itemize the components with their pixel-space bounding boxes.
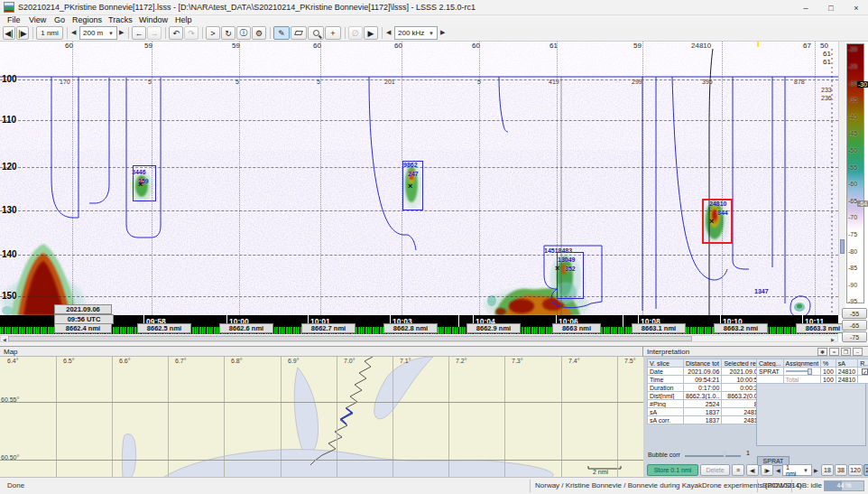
freq-button-18[interactable]: 18 [821, 464, 834, 476]
echogram-plot[interactable]: 100 110 120 130 140 150 60 59 59 60 60 6… [0, 42, 838, 315]
time-tick [458, 315, 459, 327]
menu-view[interactable]: View [25, 15, 50, 25]
longitude-label: 7.0° [344, 358, 356, 364]
vslice-header: Distance tot [684, 359, 722, 368]
line-value: 201 [384, 79, 395, 85]
line-value: 233 [821, 87, 832, 93]
play-button[interactable]: ▶ [364, 26, 378, 40]
scroll-right-icon[interactable]: ▶ [831, 337, 835, 342]
colorbar-label: -70 [848, 214, 857, 220]
play-one-button[interactable]: > [206, 26, 220, 40]
statusbar-separator [791, 480, 792, 492]
zoom-tool-button[interactable] [308, 26, 324, 40]
maximize-button[interactable]: □ [819, 0, 843, 15]
panel-minimize-icon[interactable]: − [853, 348, 863, 356]
school-value: 844 [717, 210, 728, 216]
undo-button[interactable]: ↶ [169, 26, 183, 40]
eraser-tool-button[interactable] [291, 26, 307, 40]
menu-go[interactable]: Go [51, 15, 69, 25]
step-prev-button[interactable]: ◀| [3, 26, 15, 40]
freq-button-120[interactable]: 120 [848, 464, 863, 476]
menu-window[interactable]: Window [135, 15, 171, 25]
freq-increase-arrow[interactable]: ▶ [440, 29, 445, 36]
interval-button[interactable]: 1 nmi [36, 26, 63, 40]
threshold-marker-mid[interactable]: -64 [857, 200, 868, 207]
pencil-tool-button[interactable]: ✎ [273, 26, 290, 40]
toolbar-separator [165, 27, 166, 39]
threshold-marker-top[interactable]: -30 [857, 81, 868, 88]
threshold-button[interactable]: -75 [842, 331, 867, 342]
menu-file[interactable]: File [4, 15, 24, 25]
ruler-value: 60 [472, 42, 480, 50]
freq-decrease-arrow[interactable]: ◀ [386, 29, 391, 36]
range-value: 200 m [83, 29, 103, 37]
line-value: 5 [477, 79, 481, 85]
v-scroll-thumb[interactable] [840, 239, 845, 254]
ruler-value: 61 [549, 42, 558, 50]
minimize-button[interactable]: – [794, 0, 817, 15]
prev-interval-button[interactable]: ◀| [746, 464, 759, 476]
distance-chip: 8662.5 nmi [137, 323, 191, 333]
r-checkbox[interactable]: ✓ [858, 368, 868, 376]
panel-menu-icon[interactable]: = [829, 348, 839, 356]
title-bar: S20210214_PKristine Bonnevie[1172].lsss … [0, 0, 868, 15]
h-scroll-thumb[interactable] [8, 336, 692, 341]
line-value: 419 [549, 79, 559, 85]
threshold-button[interactable]: -55 [842, 308, 867, 319]
distance-chip: 8662.8 nmi [383, 323, 438, 333]
panel-pin-icon[interactable]: ✱ [817, 348, 827, 356]
interval-left-arrow[interactable]: ◀ [776, 467, 780, 473]
range-dropdown[interactable]: 200 m ▼ [79, 26, 117, 40]
refresh-button[interactable]: ↻ [221, 26, 235, 40]
school-value: 247 [408, 171, 419, 177]
scroll-left-icon[interactable]: ◀ [3, 337, 6, 342]
back-button[interactable]: ← [132, 26, 146, 40]
status-bar: Done Norway / Kristine Bonnevie / Bonnev… [0, 477, 868, 494]
colorbar-column: -20 -25 -30 -35 -40 -45 -50 -55 -60 -65 … [845, 42, 868, 342]
store-interval-dropdown[interactable]: 1 nmi ▼ [782, 464, 812, 476]
list-menu-button[interactable]: ≡ [732, 464, 744, 476]
stop-button[interactable]: ∅ [348, 26, 363, 40]
row-label: Time [648, 376, 684, 384]
freq-button-200[interactable]: 200 [863, 464, 868, 476]
school-box-9862[interactable] [402, 161, 423, 210]
interval-right-arrow[interactable]: ▶ [814, 467, 818, 473]
range-increase-arrow[interactable]: ▶ [119, 29, 124, 36]
next-interval-button[interactable]: |▶ [761, 464, 773, 476]
info-button[interactable]: ⓘ [236, 26, 251, 40]
map-area[interactable]: 6.4° 6.5° 6.6° 6.7° 6.8° 6.9° 7.0° 7.1° … [0, 357, 643, 478]
ruler-value: 61 [823, 58, 831, 66]
bubble-slider-thumb[interactable] [721, 451, 728, 458]
menu-help[interactable]: Help [171, 15, 196, 25]
settings-button[interactable]: ⚙ [252, 26, 266, 40]
range-decrease-arrow[interactable]: ◀ [71, 29, 76, 36]
freq-button-38[interactable]: 38 [835, 464, 847, 476]
toolbar-separator [202, 27, 203, 39]
add-tool-button[interactable]: + [325, 26, 341, 40]
delete-button[interactable]: Delete [700, 464, 730, 476]
menu-regions[interactable]: Regions [69, 15, 106, 25]
vslice-header: V. slice [648, 359, 684, 368]
frequency-dropdown[interactable]: 200 kHz ▼ [394, 26, 438, 40]
colorbar-label: -80 [848, 248, 857, 255]
assignment-header: R... [858, 359, 868, 368]
forward-button[interactable]: → [147, 26, 162, 40]
step-next-button[interactable]: |▶ [16, 26, 29, 40]
bubble-corr-slider[interactable] [685, 455, 741, 457]
line-value: 170 [60, 79, 70, 85]
latitude-label: 60.55° [1, 396, 19, 403]
echogram-h-scrollbar[interactable]: ◀ ▶ [0, 335, 838, 342]
menu-tracks[interactable]: Tracks [105, 15, 136, 25]
redo-button[interactable]: ↷ [184, 26, 199, 40]
close-button[interactable]: × [845, 0, 868, 15]
assignment-header: % [821, 359, 836, 368]
ruler-value: 67 [803, 42, 811, 50]
row-label: Dist[nmi] [648, 392, 684, 400]
store-button[interactable]: Store 0.1 nmi [647, 464, 698, 476]
toolbar: ◀| |▶ 1 nmi ◀ 200 m ▼ ▶ ← → ↶ ↷ > ↻ ⓘ ⚙ … [0, 25, 868, 42]
threshold-button[interactable]: -65 [842, 320, 867, 331]
eraser-icon [294, 31, 303, 35]
echogram-v-scrollbar[interactable] [838, 42, 845, 315]
panel-restore-icon[interactable]: ❐ [841, 348, 851, 356]
assignment-slider[interactable] [783, 368, 821, 376]
